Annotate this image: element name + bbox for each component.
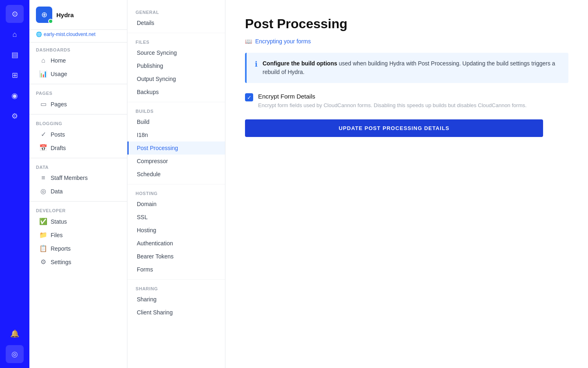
- sidebar-item-drafts[interactable]: 📅 Drafts: [36, 141, 120, 155]
- nav-item-compressor[interactable]: Compressor: [127, 155, 225, 168]
- check-icon: ✓: [247, 94, 252, 101]
- blogging-label: BLOGGING: [36, 121, 120, 126]
- update-button[interactable]: UPDATE POST PROCESSING DETAILS: [245, 119, 543, 137]
- section-pages: PAGES ▭ Pages: [29, 86, 127, 112]
- encrypt-form-row: ✓ Encrypt Form Details Encrypt form fiel…: [245, 93, 568, 110]
- encrypt-checkbox[interactable]: ✓: [245, 93, 253, 101]
- sidebar-reports-label: Reports: [51, 245, 71, 252]
- nav-item-forms[interactable]: Forms: [127, 263, 225, 276]
- info-banner-bold: Configure the build options: [263, 60, 337, 67]
- nav-item-output-syncing[interactable]: Output Syncing: [127, 72, 225, 85]
- site-name: Hydra: [56, 11, 74, 18]
- nav-item-hosting[interactable]: Hosting: [127, 224, 225, 237]
- sidebar-staff-label: Staff Members: [51, 175, 88, 181]
- nav-item-details[interactable]: Details: [127, 16, 225, 29]
- nav-item-authentication[interactable]: Authentication: [127, 237, 225, 250]
- nav-item-bearer-tokens[interactable]: Bearer Tokens: [127, 250, 225, 263]
- home-icon: ⌂: [39, 57, 47, 64]
- sidebar-files-label: Files: [51, 232, 63, 238]
- staff-icon: ≡: [39, 174, 47, 182]
- developer-label: DEVELOPER: [36, 208, 120, 213]
- info-banner: ℹ Configure the build options used when …: [245, 53, 568, 83]
- globe-nav-icon[interactable]: ◉: [6, 87, 24, 105]
- sidebar-status-label: Status: [51, 218, 67, 225]
- doc-link-text[interactable]: Encrypting your forms: [255, 38, 311, 45]
- sidebar-home-label: Home: [51, 57, 66, 64]
- site-logo-symbol: ⊕: [41, 10, 47, 19]
- nav-hosting-label: HOSTING: [127, 188, 225, 197]
- checkbox-content: Encrypt Form Details Encrypt form fields…: [258, 93, 527, 110]
- nav-sharing-label: SHARING: [127, 283, 225, 293]
- sidebar-item-home[interactable]: ⌂ Home: [36, 54, 120, 67]
- pages-label: PAGES: [36, 91, 120, 96]
- nav-item-sharing[interactable]: Sharing: [127, 293, 225, 306]
- settings-icon: ⚙: [39, 258, 47, 266]
- nav-general-label: GENERAL: [127, 7, 225, 16]
- middle-nav: GENERAL Details FILES Source Syncing Pub…: [127, 0, 225, 368]
- sidebar-settings-label: Settings: [51, 259, 71, 265]
- site-status-badge: [48, 19, 53, 24]
- site-logo: ⊕: [36, 7, 52, 23]
- bell-nav-icon[interactable]: 🔔: [6, 325, 24, 343]
- nav-item-client-sharing[interactable]: Client Sharing: [127, 306, 225, 319]
- nav-item-i18n[interactable]: I18n: [127, 128, 225, 141]
- status-icon: ✅: [39, 218, 47, 225]
- sidebar-item-files[interactable]: 📁 Files: [36, 228, 120, 242]
- book-icon: 📖: [245, 38, 252, 45]
- sidebar-item-status[interactable]: ✅ Status: [36, 215, 120, 228]
- site-url[interactable]: 🌐 early-mist.cloudvent.net: [29, 30, 127, 43]
- dashboards-label: DASHBOARDS: [36, 47, 120, 52]
- nav-item-schedule[interactable]: Schedule: [127, 168, 225, 181]
- drafts-icon: 📅: [39, 144, 47, 152]
- nav-item-ssl[interactable]: SSL: [127, 211, 225, 224]
- sidebar-item-settings[interactable]: ⚙ Settings: [36, 255, 120, 269]
- section-dashboards: DASHBOARDS ⌂ Home 📊 Usage: [29, 43, 127, 82]
- sidebar: ⊕ Hydra 🌐 early-mist.cloudvent.net DASHB…: [29, 0, 127, 368]
- sidebar-data-label: Data: [51, 188, 63, 195]
- gear-nav-icon[interactable]: ⚙: [6, 107, 24, 125]
- data-label: DATA: [36, 165, 120, 170]
- data-icon: ◎: [39, 187, 47, 195]
- checkbox-desc: Encrypt form fields used by CloudCannon …: [258, 101, 527, 110]
- sidebar-item-staff[interactable]: ≡ Staff Members: [36, 171, 120, 184]
- logo-nav-icon[interactable]: ⊙: [6, 5, 24, 23]
- sidebar-item-posts[interactable]: ✓ Posts: [36, 128, 120, 141]
- site-url-text[interactable]: early-mist.cloudvent.net: [44, 31, 96, 37]
- sidebar-drafts-label: Drafts: [51, 145, 66, 151]
- posts-icon: ✓: [39, 130, 47, 138]
- nav-item-publishing[interactable]: Publishing: [127, 59, 225, 72]
- pages-icon: ▭: [39, 100, 47, 108]
- info-banner-text: Configure the build options used when bu…: [263, 59, 560, 76]
- main-content: Post Processing 📖 Encrypting your forms …: [225, 0, 588, 368]
- grid-nav-icon[interactable]: ⊞: [6, 66, 24, 84]
- nav-item-build[interactable]: Build: [127, 115, 225, 128]
- section-data: DATA ≡ Staff Members ◎ Data: [29, 160, 127, 200]
- sidebar-posts-label: Posts: [51, 131, 65, 138]
- section-blogging: BLOGGING ✓ Posts 📅 Drafts: [29, 116, 127, 156]
- files-icon: 📁: [39, 231, 47, 239]
- sidebar-item-pages[interactable]: ▭ Pages: [36, 97, 120, 111]
- monitor-nav-icon[interactable]: ▤: [6, 46, 24, 64]
- bottom-logo-icon[interactable]: ◎: [6, 345, 24, 363]
- sidebar-usage-label: Usage: [51, 71, 67, 77]
- sidebar-item-data[interactable]: ◎ Data: [36, 184, 120, 198]
- nav-item-domain[interactable]: Domain: [127, 197, 225, 211]
- doc-link[interactable]: 📖 Encrypting your forms: [245, 38, 568, 45]
- icon-bar: ⊙ ⌂ ▤ ⊞ ◉ ⚙ 🔔 ◎: [0, 0, 29, 368]
- checkbox-label: Encrypt Form Details: [258, 93, 527, 100]
- section-developer: DEVELOPER ✅ Status 📁 Files 📋 Reports ⚙ S…: [29, 203, 127, 270]
- nav-builds-label: BUILDS: [127, 105, 225, 115]
- sidebar-pages-label: Pages: [51, 101, 67, 108]
- sidebar-item-usage[interactable]: 📊 Usage: [36, 67, 120, 81]
- sidebar-item-reports[interactable]: 📋 Reports: [36, 242, 120, 255]
- reports-icon: 📋: [39, 245, 47, 252]
- nav-item-source-syncing[interactable]: Source Syncing: [127, 46, 225, 59]
- page-title: Post Processing: [245, 16, 568, 31]
- usage-icon: 📊: [39, 70, 47, 78]
- globe-small-icon: 🌐: [36, 31, 42, 37]
- nav-item-backups[interactable]: Backups: [127, 85, 225, 99]
- info-icon: ℹ: [255, 60, 258, 69]
- nav-item-post-processing[interactable]: Post Processing: [127, 141, 225, 155]
- nav-files-label: FILES: [127, 36, 225, 46]
- home-nav-icon[interactable]: ⌂: [6, 25, 24, 43]
